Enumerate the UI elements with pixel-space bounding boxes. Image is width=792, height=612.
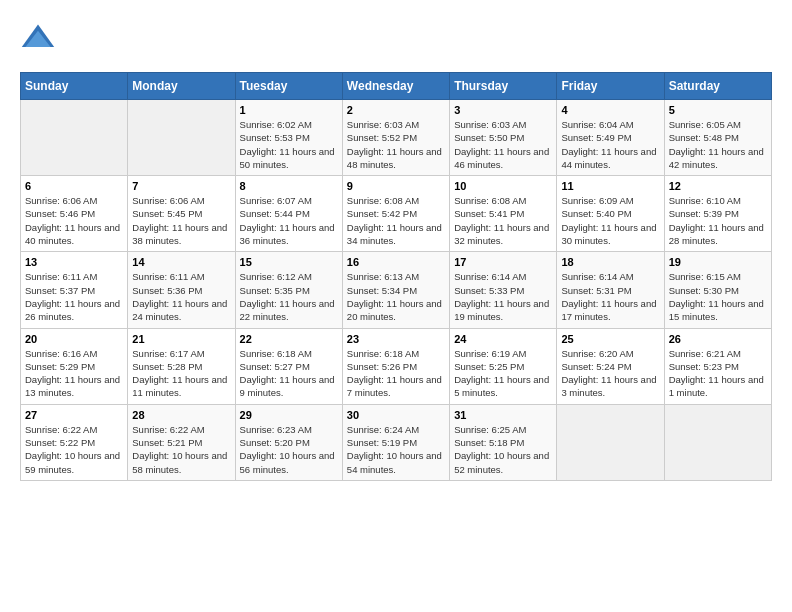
day-info: Sunrise: 6:10 AMSunset: 5:39 PMDaylight:…	[669, 194, 767, 247]
day-info: Sunrise: 6:17 AMSunset: 5:28 PMDaylight:…	[132, 347, 230, 400]
week-row-1: 1Sunrise: 6:02 AMSunset: 5:53 PMDaylight…	[21, 100, 772, 176]
day-cell	[557, 404, 664, 480]
day-info: Sunrise: 6:12 AMSunset: 5:35 PMDaylight:…	[240, 270, 338, 323]
day-number: 3	[454, 104, 552, 116]
day-cell: 30Sunrise: 6:24 AMSunset: 5:19 PMDayligh…	[342, 404, 449, 480]
day-number: 23	[347, 333, 445, 345]
day-number: 8	[240, 180, 338, 192]
day-info: Sunrise: 6:23 AMSunset: 5:20 PMDaylight:…	[240, 423, 338, 476]
day-number: 21	[132, 333, 230, 345]
day-cell: 28Sunrise: 6:22 AMSunset: 5:21 PMDayligh…	[128, 404, 235, 480]
day-cell: 9Sunrise: 6:08 AMSunset: 5:42 PMDaylight…	[342, 176, 449, 252]
day-cell: 6Sunrise: 6:06 AMSunset: 5:46 PMDaylight…	[21, 176, 128, 252]
day-number: 12	[669, 180, 767, 192]
day-cell: 22Sunrise: 6:18 AMSunset: 5:27 PMDayligh…	[235, 328, 342, 404]
calendar-table: SundayMondayTuesdayWednesdayThursdayFrid…	[20, 72, 772, 481]
day-cell: 18Sunrise: 6:14 AMSunset: 5:31 PMDayligh…	[557, 252, 664, 328]
day-number: 18	[561, 256, 659, 268]
day-info: Sunrise: 6:02 AMSunset: 5:53 PMDaylight:…	[240, 118, 338, 171]
weekday-header-monday: Monday	[128, 73, 235, 100]
page-header	[20, 20, 772, 56]
day-info: Sunrise: 6:18 AMSunset: 5:27 PMDaylight:…	[240, 347, 338, 400]
day-info: Sunrise: 6:25 AMSunset: 5:18 PMDaylight:…	[454, 423, 552, 476]
day-cell	[664, 404, 771, 480]
day-info: Sunrise: 6:14 AMSunset: 5:33 PMDaylight:…	[454, 270, 552, 323]
day-cell: 23Sunrise: 6:18 AMSunset: 5:26 PMDayligh…	[342, 328, 449, 404]
day-number: 2	[347, 104, 445, 116]
day-number: 5	[669, 104, 767, 116]
day-cell: 1Sunrise: 6:02 AMSunset: 5:53 PMDaylight…	[235, 100, 342, 176]
day-number: 11	[561, 180, 659, 192]
day-info: Sunrise: 6:19 AMSunset: 5:25 PMDaylight:…	[454, 347, 552, 400]
day-number: 30	[347, 409, 445, 421]
day-number: 7	[132, 180, 230, 192]
day-cell: 17Sunrise: 6:14 AMSunset: 5:33 PMDayligh…	[450, 252, 557, 328]
day-cell: 12Sunrise: 6:10 AMSunset: 5:39 PMDayligh…	[664, 176, 771, 252]
week-row-5: 27Sunrise: 6:22 AMSunset: 5:22 PMDayligh…	[21, 404, 772, 480]
day-number: 29	[240, 409, 338, 421]
weekday-header-tuesday: Tuesday	[235, 73, 342, 100]
day-number: 26	[669, 333, 767, 345]
day-cell: 21Sunrise: 6:17 AMSunset: 5:28 PMDayligh…	[128, 328, 235, 404]
day-number: 16	[347, 256, 445, 268]
weekday-header-thursday: Thursday	[450, 73, 557, 100]
day-cell: 5Sunrise: 6:05 AMSunset: 5:48 PMDaylight…	[664, 100, 771, 176]
weekday-header-row: SundayMondayTuesdayWednesdayThursdayFrid…	[21, 73, 772, 100]
day-cell: 29Sunrise: 6:23 AMSunset: 5:20 PMDayligh…	[235, 404, 342, 480]
day-number: 20	[25, 333, 123, 345]
day-info: Sunrise: 6:05 AMSunset: 5:48 PMDaylight:…	[669, 118, 767, 171]
day-info: Sunrise: 6:13 AMSunset: 5:34 PMDaylight:…	[347, 270, 445, 323]
day-cell: 19Sunrise: 6:15 AMSunset: 5:30 PMDayligh…	[664, 252, 771, 328]
day-info: Sunrise: 6:08 AMSunset: 5:42 PMDaylight:…	[347, 194, 445, 247]
day-info: Sunrise: 6:07 AMSunset: 5:44 PMDaylight:…	[240, 194, 338, 247]
day-info: Sunrise: 6:04 AMSunset: 5:49 PMDaylight:…	[561, 118, 659, 171]
weekday-header-friday: Friday	[557, 73, 664, 100]
day-info: Sunrise: 6:11 AMSunset: 5:37 PMDaylight:…	[25, 270, 123, 323]
day-cell: 7Sunrise: 6:06 AMSunset: 5:45 PMDaylight…	[128, 176, 235, 252]
day-info: Sunrise: 6:08 AMSunset: 5:41 PMDaylight:…	[454, 194, 552, 247]
week-row-2: 6Sunrise: 6:06 AMSunset: 5:46 PMDaylight…	[21, 176, 772, 252]
day-cell: 26Sunrise: 6:21 AMSunset: 5:23 PMDayligh…	[664, 328, 771, 404]
day-number: 17	[454, 256, 552, 268]
day-info: Sunrise: 6:24 AMSunset: 5:19 PMDaylight:…	[347, 423, 445, 476]
day-cell: 8Sunrise: 6:07 AMSunset: 5:44 PMDaylight…	[235, 176, 342, 252]
day-cell: 16Sunrise: 6:13 AMSunset: 5:34 PMDayligh…	[342, 252, 449, 328]
week-row-3: 13Sunrise: 6:11 AMSunset: 5:37 PMDayligh…	[21, 252, 772, 328]
day-cell	[128, 100, 235, 176]
day-info: Sunrise: 6:15 AMSunset: 5:30 PMDaylight:…	[669, 270, 767, 323]
day-number: 4	[561, 104, 659, 116]
day-number: 24	[454, 333, 552, 345]
day-cell: 15Sunrise: 6:12 AMSunset: 5:35 PMDayligh…	[235, 252, 342, 328]
day-cell: 2Sunrise: 6:03 AMSunset: 5:52 PMDaylight…	[342, 100, 449, 176]
day-info: Sunrise: 6:03 AMSunset: 5:52 PMDaylight:…	[347, 118, 445, 171]
day-number: 15	[240, 256, 338, 268]
day-info: Sunrise: 6:09 AMSunset: 5:40 PMDaylight:…	[561, 194, 659, 247]
day-number: 14	[132, 256, 230, 268]
day-number: 28	[132, 409, 230, 421]
day-cell: 3Sunrise: 6:03 AMSunset: 5:50 PMDaylight…	[450, 100, 557, 176]
logo	[20, 20, 60, 56]
weekday-header-saturday: Saturday	[664, 73, 771, 100]
day-cell: 25Sunrise: 6:20 AMSunset: 5:24 PMDayligh…	[557, 328, 664, 404]
day-info: Sunrise: 6:06 AMSunset: 5:45 PMDaylight:…	[132, 194, 230, 247]
day-info: Sunrise: 6:18 AMSunset: 5:26 PMDaylight:…	[347, 347, 445, 400]
day-cell	[21, 100, 128, 176]
day-number: 1	[240, 104, 338, 116]
day-info: Sunrise: 6:22 AMSunset: 5:21 PMDaylight:…	[132, 423, 230, 476]
day-info: Sunrise: 6:14 AMSunset: 5:31 PMDaylight:…	[561, 270, 659, 323]
day-info: Sunrise: 6:16 AMSunset: 5:29 PMDaylight:…	[25, 347, 123, 400]
day-number: 27	[25, 409, 123, 421]
logo-icon	[20, 20, 56, 56]
day-number: 9	[347, 180, 445, 192]
day-info: Sunrise: 6:22 AMSunset: 5:22 PMDaylight:…	[25, 423, 123, 476]
day-number: 22	[240, 333, 338, 345]
week-row-4: 20Sunrise: 6:16 AMSunset: 5:29 PMDayligh…	[21, 328, 772, 404]
day-cell: 27Sunrise: 6:22 AMSunset: 5:22 PMDayligh…	[21, 404, 128, 480]
day-number: 19	[669, 256, 767, 268]
day-cell: 20Sunrise: 6:16 AMSunset: 5:29 PMDayligh…	[21, 328, 128, 404]
day-number: 31	[454, 409, 552, 421]
weekday-header-sunday: Sunday	[21, 73, 128, 100]
day-info: Sunrise: 6:06 AMSunset: 5:46 PMDaylight:…	[25, 194, 123, 247]
day-info: Sunrise: 6:11 AMSunset: 5:36 PMDaylight:…	[132, 270, 230, 323]
day-cell: 10Sunrise: 6:08 AMSunset: 5:41 PMDayligh…	[450, 176, 557, 252]
